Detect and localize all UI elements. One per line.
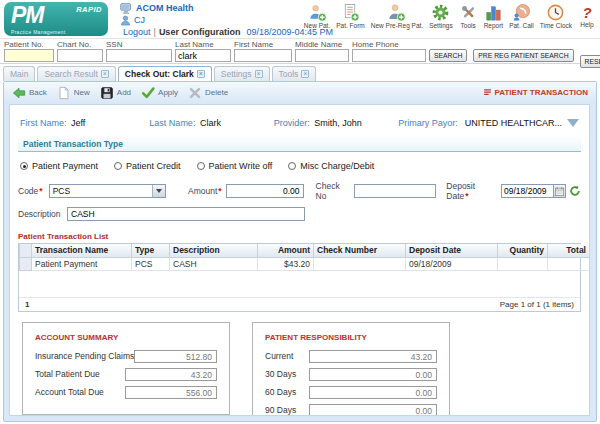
- summary-row: Total Patient Due 43.20: [35, 368, 217, 381]
- field-label: Home Phone: [352, 40, 426, 49]
- report-button[interactable]: Report: [484, 3, 504, 29]
- patient-transaction-icon: [483, 88, 492, 97]
- tool-label: Pat. Form: [336, 22, 365, 29]
- section-patient-transaction-list: Patient Transaction List: [10, 223, 589, 243]
- back-button[interactable]: Back: [12, 86, 47, 100]
- col-transaction-name[interactable]: Transaction Name: [32, 244, 132, 257]
- panel-content: First Name: Jeff Last Name: Clark Provid…: [9, 104, 590, 416]
- search-field-ssn: SSN: [106, 40, 172, 63]
- field-label: Last Name:: [149, 118, 195, 128]
- radio-button[interactable]: [197, 162, 205, 170]
- prereg-patient-search-button[interactable]: PRE REG PATIENT SEARCH: [473, 49, 573, 62]
- middle-name-input[interactable]: [295, 49, 349, 62]
- col-amount[interactable]: Amount: [258, 244, 314, 257]
- new-patient-icon: [308, 3, 327, 22]
- row-label: Current: [265, 351, 309, 361]
- chevron-down-icon[interactable]: [152, 185, 165, 197]
- grid-gutter: [20, 244, 32, 257]
- settings-button[interactable]: Settings: [429, 3, 453, 29]
- row-label: 90 Days: [265, 405, 309, 415]
- tab-check-out-clark[interactable]: Check Out: Clark: [118, 66, 212, 81]
- new-patient-button[interactable]: New Pat.: [304, 3, 330, 29]
- aging-row: 30 Days 0.00: [265, 368, 437, 381]
- col-quantity[interactable]: Quantity: [498, 244, 548, 257]
- col-check-number[interactable]: Check Number: [314, 244, 406, 257]
- search-button[interactable]: SEARCH: [429, 49, 467, 62]
- tab-label: Check Out: Clark: [125, 69, 194, 79]
- refresh-date-button[interactable]: [569, 185, 581, 197]
- code-select[interactable]: PCS: [49, 184, 166, 198]
- tool-label: Help: [580, 21, 593, 28]
- tab-label: Main: [10, 69, 28, 79]
- required-mark: *: [218, 186, 221, 196]
- radio-patient-credit[interactable]: Patient Credit: [114, 161, 181, 171]
- help-button[interactable]: Help: [578, 3, 596, 29]
- reset-button[interactable]: RESET: [580, 55, 600, 68]
- logout-link[interactable]: Logout: [123, 26, 151, 38]
- computer-icon: [120, 3, 133, 14]
- patient-last-name: Last Name: Clark: [149, 118, 273, 128]
- delete-button[interactable]: Delete: [188, 86, 228, 100]
- payor-dropdown-icon[interactable]: [567, 119, 579, 127]
- calendar-picker-button[interactable]: [553, 184, 566, 198]
- patient-call-icon: [512, 3, 531, 22]
- cell-total: [548, 257, 590, 270]
- radio-button[interactable]: [114, 162, 122, 170]
- field-label: SSN: [106, 40, 172, 49]
- patient-no-input[interactable]: [4, 49, 54, 62]
- col-total[interactable]: Total: [548, 244, 590, 257]
- chart-no-input[interactable]: [57, 49, 103, 62]
- transaction-grid: Transaction Name Type Description Amount…: [18, 243, 581, 312]
- cell-transaction-name: Patient Payment: [32, 257, 132, 270]
- last-name-input[interactable]: [175, 49, 231, 62]
- tab-settings[interactable]: Settings: [214, 66, 270, 81]
- new-page-icon: [57, 86, 71, 100]
- cell-amount: $43.20: [258, 257, 314, 270]
- deposit-date-input[interactable]: [501, 184, 553, 198]
- home-phone-input[interactable]: [352, 49, 426, 62]
- amount-input[interactable]: [226, 184, 304, 198]
- row-gutter: [20, 257, 32, 270]
- section-patient-transaction-type: Patient Transaction Type: [18, 137, 581, 152]
- col-description[interactable]: Description: [170, 244, 258, 257]
- tab-close-icon[interactable]: [255, 70, 263, 78]
- page-number[interactable]: 1: [25, 300, 29, 309]
- tool-label: Tools: [461, 22, 476, 29]
- new-prereg-patient-button[interactable]: New Pre-Reg Pat.: [371, 3, 423, 29]
- radio-button[interactable]: [20, 162, 28, 170]
- description-input[interactable]: [67, 207, 305, 221]
- user-icon: [120, 15, 131, 26]
- new-button[interactable]: New: [57, 86, 90, 100]
- action-label: New: [74, 88, 90, 97]
- required-mark: *: [39, 186, 42, 196]
- tab-main[interactable]: Main: [3, 66, 35, 81]
- apply-button[interactable]: Apply: [141, 86, 178, 100]
- description-label: Description: [18, 209, 62, 219]
- tab-tools[interactable]: Tools: [272, 66, 317, 81]
- radio-button[interactable]: [288, 162, 296, 170]
- patient-call-button[interactable]: Pat. Call: [509, 3, 534, 29]
- tab-close-icon[interactable]: [101, 70, 109, 78]
- account-total-due-value: 556.00: [125, 386, 217, 399]
- panel-title-text: PATIENT TRANSACTION: [495, 88, 588, 97]
- first-name-input[interactable]: [234, 49, 292, 62]
- tab-close-icon[interactable]: [301, 70, 309, 78]
- patient-form-button[interactable]: Pat. Form: [336, 3, 365, 29]
- time-clock-button[interactable]: Time Clock: [540, 3, 572, 29]
- tab-close-icon[interactable]: [197, 70, 205, 78]
- ssn-input[interactable]: [106, 49, 172, 62]
- field-value: UNITED HEALTHCAR...: [465, 118, 562, 128]
- add-button[interactable]: Add: [100, 86, 131, 100]
- col-type[interactable]: Type: [132, 244, 170, 257]
- table-row[interactable]: Patient Payment PCS CASH $43.20 09/18/20…: [20, 257, 590, 270]
- radio-patient-payment[interactable]: Patient Payment: [20, 161, 98, 171]
- tab-search-result[interactable]: Search Result: [37, 66, 115, 81]
- check-no-input[interactable]: [354, 184, 436, 198]
- app-toolbar: New Pat. Pat. Form New Pre-Reg Pat. Sett…: [304, 1, 596, 29]
- tools-button[interactable]: Tools: [459, 3, 478, 29]
- radio-patient-write-off[interactable]: Patient Write off: [197, 161, 273, 171]
- user-configuration-link[interactable]: User Configuration: [159, 26, 241, 38]
- grid-header-row: Transaction Name Type Description Amount…: [20, 244, 590, 257]
- col-deposit-date[interactable]: Deposit Date: [406, 244, 498, 257]
- radio-misc-charge-debit[interactable]: Misc Charge/Debit: [288, 161, 374, 171]
